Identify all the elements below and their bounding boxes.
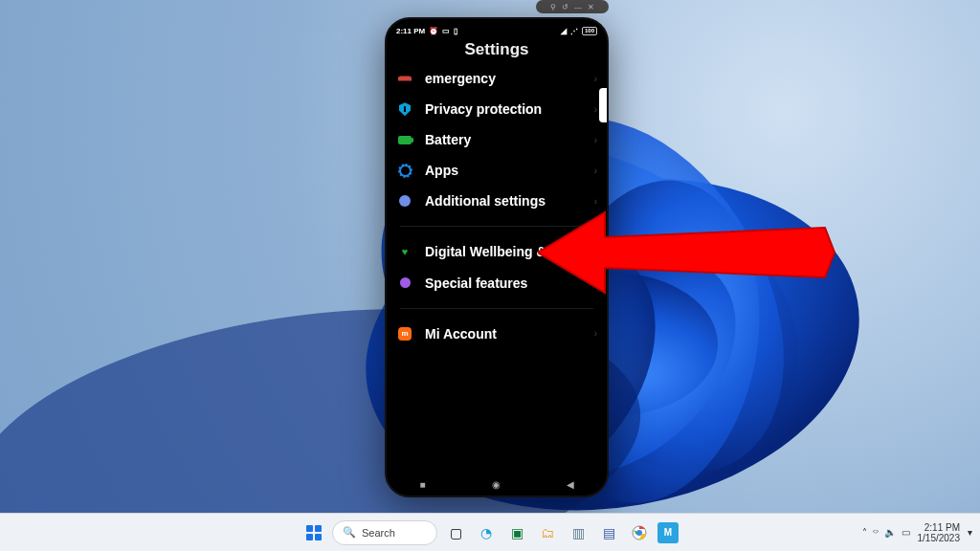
settings-row-additional[interactable]: Additional settings › xyxy=(396,186,597,216)
row-label: Additional settings xyxy=(425,193,583,209)
circle-icon xyxy=(399,195,411,207)
chevron-right-icon: › xyxy=(594,104,597,115)
app-icon[interactable]: ▣ xyxy=(504,520,529,545)
chevron-right-icon: › xyxy=(594,135,597,145)
shield-icon xyxy=(399,102,411,116)
recents-button[interactable]: ■ xyxy=(419,479,425,490)
chevron-right-icon: › xyxy=(594,277,597,288)
system-tray: ˄ ⌔ 🔈 ▭ 2:11 PM 1/15/2023 ▾ xyxy=(862,522,973,543)
home-button[interactable]: ◉ xyxy=(492,479,501,490)
settings-menu: emergency › Privacy protection › Battery… xyxy=(387,63,607,349)
chevron-right-icon: › xyxy=(594,196,597,207)
taskbar-clock[interactable]: 2:11 PM 1/15/2023 xyxy=(918,522,961,543)
row-label: Digital Wellbeing & pa… xyxy=(425,244,583,259)
taskbar-center: 🔍 Search ▢ ◔ ▣ 🗂 ▥ ▤ M xyxy=(301,520,679,545)
row-label: Apps xyxy=(425,163,583,178)
start-button[interactable] xyxy=(301,520,326,545)
settings-row-battery[interactable]: Battery › xyxy=(396,124,597,155)
volume-icon[interactable]: 🔈 xyxy=(884,527,896,538)
wifi-icon: ⋰ xyxy=(570,27,578,35)
row-label: Battery xyxy=(425,132,583,147)
row-label: Mi Account xyxy=(425,326,583,342)
scrcpy-icon[interactable]: M xyxy=(657,522,679,543)
chevron-right-icon: › xyxy=(594,165,597,176)
heart-icon: ♥ xyxy=(402,247,409,257)
taskbar-search[interactable]: 🔍 Search xyxy=(332,520,437,545)
tray-icons[interactable]: ˄ ⌔ 🔈 ▭ xyxy=(862,527,910,538)
phone-mirror: 2:11 PM ⏰ ▭ ▯ ◢ ⋰ 100 Settings emergency… xyxy=(385,17,609,497)
status-bar: 2:11 PM ⏰ ▭ ▯ ◢ ⋰ 100 xyxy=(387,19,607,38)
settings-row-privacy[interactable]: Privacy protection › xyxy=(396,94,597,124)
edge-icon[interactable]: ◔ xyxy=(474,520,499,545)
windows-logo-icon xyxy=(306,525,322,540)
settings-row-mi-account[interactable]: m Mi Account › xyxy=(396,319,597,349)
settings-row-wellbeing[interactable]: ♥ Digital Wellbeing & pa… › xyxy=(396,236,597,267)
close-icon[interactable]: ✕ xyxy=(588,3,594,11)
sim-icon: ▯ xyxy=(454,27,457,35)
mi-icon: m xyxy=(398,327,412,341)
settings-row-apps[interactable]: Apps › xyxy=(396,155,597,186)
row-label: emergency xyxy=(425,71,583,86)
wand-icon xyxy=(400,277,411,288)
chevron-right-icon: › xyxy=(594,74,597,84)
chevron-right-icon: › xyxy=(594,247,597,257)
screen-edge-tape xyxy=(599,88,609,122)
notifications-button[interactable]: ▾ xyxy=(968,527,972,538)
status-time: 2:11 PM xyxy=(396,27,425,35)
menu-separator xyxy=(400,226,593,227)
row-label: Privacy protection xyxy=(425,101,583,117)
pin-icon[interactable]: ⚲ xyxy=(550,3,556,11)
battery-icon[interactable]: ▭ xyxy=(902,527,910,538)
signal-icon: ◢ xyxy=(561,27,567,35)
task-view-button[interactable]: ▢ xyxy=(443,520,468,545)
settings-row-special[interactable]: Special features › xyxy=(396,268,597,298)
app-icon-2[interactable]: ▥ xyxy=(566,520,590,545)
chevron-right-icon: › xyxy=(594,328,597,339)
wifi-icon[interactable]: ⌔ xyxy=(873,527,879,538)
app-icon-3[interactable]: ▤ xyxy=(596,520,621,545)
chrome-icon[interactable] xyxy=(627,520,652,545)
tray-chevron-icon[interactable]: ˄ xyxy=(862,527,867,538)
undo-icon[interactable]: ↺ xyxy=(562,3,568,11)
clock-date: 1/15/2023 xyxy=(918,533,961,543)
page-title: Settings xyxy=(387,40,607,59)
search-icon: 🔍 xyxy=(343,526,356,539)
back-button[interactable]: ◀ xyxy=(567,479,574,490)
minimize-icon[interactable]: — xyxy=(574,3,582,11)
battery-icon xyxy=(398,136,412,144)
alarm-icon: ⏰ xyxy=(429,27,438,35)
row-label: Special features xyxy=(425,276,583,291)
gear-icon xyxy=(399,165,412,177)
scrcpy-window-controls[interactable]: ⚲ ↺ — ✕ xyxy=(536,0,609,13)
menu-separator xyxy=(400,308,593,309)
explorer-icon[interactable]: 🗂 xyxy=(535,520,560,545)
android-navbar: ■ ◉ ◀ xyxy=(387,479,607,490)
battery-pct: 100 xyxy=(582,27,597,35)
card-icon: ▭ xyxy=(442,27,450,35)
settings-row-emergency[interactable]: emergency › xyxy=(396,63,597,94)
taskbar: 🔍 Search ▢ ◔ ▣ 🗂 ▥ ▤ M ˄ ⌔ 🔈 ▭ 2:11 PM 1… xyxy=(0,513,980,551)
sos-icon xyxy=(398,77,412,81)
search-placeholder: Search xyxy=(362,527,395,539)
clock-time: 2:11 PM xyxy=(918,522,961,533)
